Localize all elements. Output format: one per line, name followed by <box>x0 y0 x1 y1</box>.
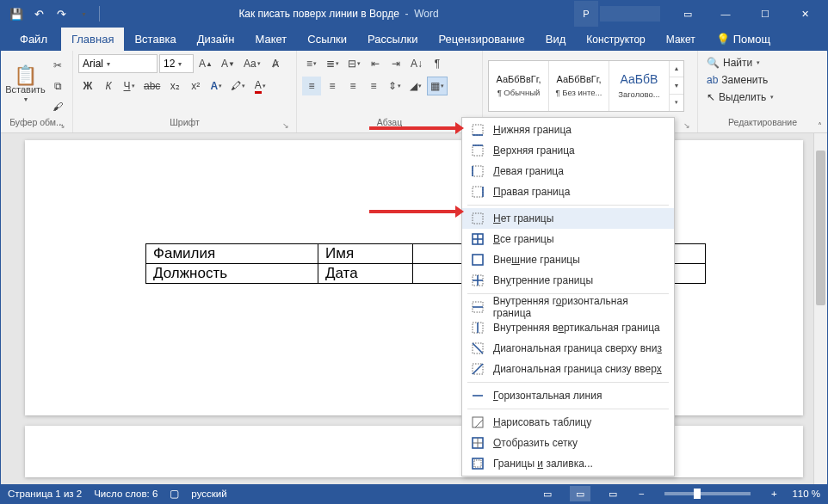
style-heading1[interactable]: АаБбВЗаголово... <box>609 61 670 111</box>
borders-menu-inside[interactable]: Внутренние границы <box>462 270 674 291</box>
zoom-slider[interactable] <box>664 492 751 495</box>
undo-button[interactable]: ↶ <box>28 3 49 24</box>
borders-menu-dup[interactable]: Диагональная граница снизу вверх <box>462 359 674 379</box>
line-spacing-button[interactable]: ⇕▾ <box>385 77 405 95</box>
zoom-in-button[interactable]: + <box>768 489 780 499</box>
superscript-button[interactable]: x² <box>186 77 205 95</box>
tab-design[interactable]: Дизайн <box>187 28 245 51</box>
font-dialog-launcher[interactable]: ↘ <box>281 120 291 131</box>
tab-references[interactable]: Ссылки <box>297 28 357 51</box>
tab-table-layout[interactable]: Макет <box>656 28 706 51</box>
status-page[interactable]: Страница 1 из 2 <box>8 489 82 499</box>
justify-button[interactable]: ≡ <box>364 77 383 95</box>
scrollbar-thumb[interactable] <box>816 151 825 305</box>
change-case-button[interactable]: Aa▾ <box>240 54 264 73</box>
borders-menu-draw[interactable]: Нарисовать таблицу <box>462 412 674 433</box>
borders-menu-top[interactable]: Верхняя граница <box>462 140 674 161</box>
maximize-button[interactable]: ☐ <box>746 1 784 27</box>
tab-file[interactable]: Файл <box>6 28 61 51</box>
tab-layout[interactable]: Макет <box>244 28 297 51</box>
text-effects-button[interactable]: A▾ <box>207 77 226 95</box>
grow-font-button[interactable]: A▲ <box>195 54 216 73</box>
bullets-button[interactable]: ≡▾ <box>302 54 321 73</box>
borders-menu-iv[interactable]: Внутренняя вертикальная граница <box>462 317 674 338</box>
zoom-level[interactable]: 110 % <box>792 489 820 499</box>
borders-menu-right[interactable]: Правая граница <box>462 181 674 202</box>
collapse-ribbon-button[interactable]: ˄ <box>818 121 822 131</box>
view-read-mode-button[interactable]: ▭ <box>537 486 558 501</box>
find-button[interactable]: 🔍Найти▾ <box>703 54 763 71</box>
close-button[interactable]: ✕ <box>786 1 824 27</box>
tab-table-design[interactable]: Конструктор <box>576 28 655 51</box>
shading-button[interactable]: ◢▾ <box>406 77 425 95</box>
borders-menu-ih[interactable]: Внутренняя горизонтальная граница <box>462 297 674 317</box>
borders-menu-left[interactable]: Левая граница <box>462 161 674 181</box>
font-size-combo[interactable]: 12▾ <box>159 54 194 73</box>
status-word-count[interactable]: Число слов: 6 <box>94 489 158 499</box>
sort-button[interactable]: A↓ <box>407 54 426 73</box>
show-marks-button[interactable]: ¶ <box>428 54 447 73</box>
replace-button[interactable]: abЗаменить <box>703 71 771 89</box>
format-painter-button[interactable]: 🖌 <box>48 97 67 116</box>
cut-button[interactable]: ✂ <box>48 56 67 75</box>
save-button[interactable]: 💾 <box>6 3 27 24</box>
zoom-out-button[interactable]: − <box>635 489 647 499</box>
style-no-spacing[interactable]: АаБбВвГг,¶ Без инте... <box>549 61 609 111</box>
numbering-button[interactable]: ≣▾ <box>323 54 343 73</box>
styles-gallery[interactable]: АаБбВвГг,¶ Обычный АаБбВвГг,¶ Без инте..… <box>488 60 684 112</box>
font-color-button[interactable]: A▾ <box>250 77 269 95</box>
shrink-font-button[interactable]: A▼ <box>218 54 238 73</box>
paste-button[interactable]: 📋 Вставить ▼ <box>6 58 45 114</box>
borders-menu-outside[interactable]: Внешние границы <box>462 249 674 270</box>
tab-view[interactable]: Вид <box>535 28 577 51</box>
table-cell[interactable]: Дата <box>318 264 413 284</box>
page-1[interactable]: Фамилия Имя Должность Дата <box>25 140 803 415</box>
clipboard-dialog-launcher[interactable]: ↘ <box>57 120 67 131</box>
clear-formatting-button[interactable]: A̷ <box>266 54 285 73</box>
minimize-button[interactable]: — <box>707 1 745 27</box>
page-2[interactable] <box>25 426 803 477</box>
decrease-indent-button[interactable]: ⇤ <box>366 54 385 73</box>
align-right-button[interactable]: ≡ <box>343 77 362 95</box>
italic-button[interactable]: К <box>99 77 118 95</box>
qat-customize-button[interactable]: ▼ <box>73 3 94 24</box>
redo-button[interactable]: ↷ <box>51 3 71 24</box>
borders-menu-none[interactable]: Нет границы <box>462 208 674 229</box>
align-center-button[interactable]: ≡ <box>323 77 342 95</box>
borders-menu-grid[interactable]: Отобразить сетку <box>462 433 674 453</box>
tab-mailings[interactable]: Рассылки <box>357 28 428 51</box>
view-web-layout-button[interactable]: ▭ <box>602 486 623 501</box>
align-left-button[interactable]: ≡ <box>302 77 321 95</box>
borders-button[interactable]: ▦▾ <box>427 77 448 95</box>
borders-menu-dialog[interactable]: Границы и заливка... <box>462 453 674 474</box>
borders-menu-hline[interactable]: Горизонтальная линия <box>462 385 674 406</box>
copy-button[interactable]: ⧉ <box>48 77 67 95</box>
increase-indent-button[interactable]: ⇥ <box>386 54 405 73</box>
tab-review[interactable]: Рецензирование <box>428 28 534 51</box>
ribbon-display-options-button[interactable]: ▭ <box>670 1 705 27</box>
tab-home[interactable]: Главная <box>61 28 124 51</box>
borders-menu-bottom[interactable]: Нижняя граница <box>462 120 674 140</box>
select-button[interactable]: ↖Выделить▾ <box>703 89 777 106</box>
tell-me-button[interactable]: 💡Помощ <box>706 28 781 51</box>
vertical-scrollbar[interactable] <box>813 133 827 484</box>
tab-insert[interactable]: Вставка <box>124 28 186 51</box>
table-cell[interactable]: Имя <box>318 244 413 264</box>
underline-button[interactable]: Ч▾ <box>120 77 139 95</box>
borders-menu-ddown[interactable]: Диагональная граница сверху вниз <box>462 338 674 359</box>
status-spellcheck[interactable]: ▢ <box>170 488 179 500</box>
multilevel-list-button[interactable]: ⊟▾ <box>344 54 364 73</box>
status-language[interactable]: русский <box>191 489 226 499</box>
strikethrough-button[interactable]: abc <box>140 77 164 95</box>
highlight-button[interactable]: 🖍▾ <box>227 77 249 95</box>
styles-dialog-launcher[interactable]: ↘ <box>682 120 692 131</box>
style-normal[interactable]: АаБбВвГг,¶ Обычный <box>489 61 549 111</box>
borders-menu-all[interactable]: Все границы <box>462 229 674 249</box>
account-name[interactable] <box>600 6 660 22</box>
account-badge[interactable]: Р <box>574 1 598 27</box>
table-cell[interactable]: Фамилия <box>146 244 318 264</box>
subscript-button[interactable]: x₂ <box>165 77 184 95</box>
styles-gallery-more[interactable]: ▲▼▾ <box>670 61 683 111</box>
view-print-layout-button[interactable]: ▭ <box>570 486 590 501</box>
table-cell[interactable]: Должность <box>146 264 318 284</box>
